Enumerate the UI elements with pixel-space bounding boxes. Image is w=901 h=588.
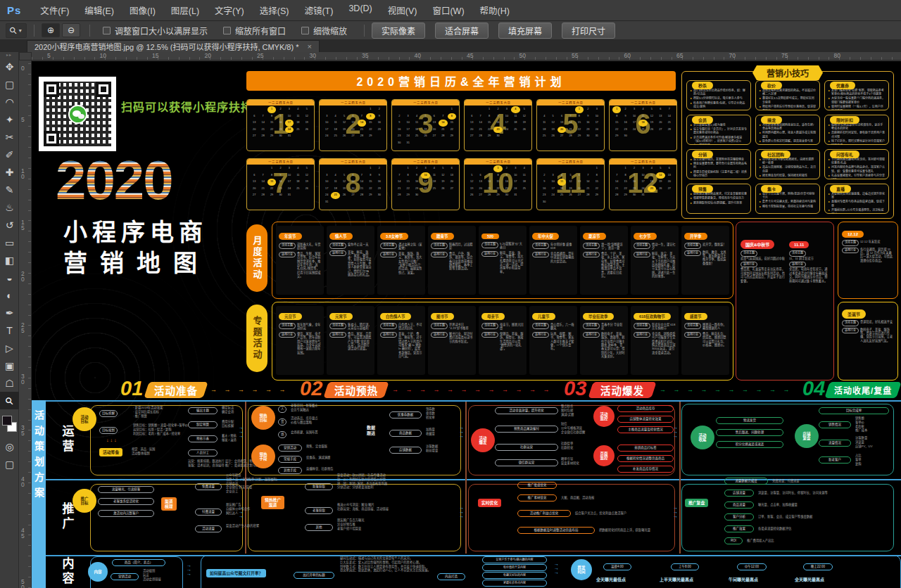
calendar-dates: 1234567891011121314151617181920212223242… bbox=[247, 106, 314, 141]
calendar-date: 24 bbox=[638, 186, 647, 193]
print-size-button[interactable]: 打印尺寸 bbox=[562, 23, 615, 39]
menu-item[interactable]: 文字(Y) bbox=[207, 4, 252, 17]
marquee-tool[interactable]: ▢ bbox=[0, 75, 19, 93]
tip-box: 秒杀▸选1-3款高性价比商品作低价秒杀，如：爆款/引流品▸搭配3-5分钟限时玩法… bbox=[686, 80, 751, 110]
tab-close-icon[interactable]: × bbox=[307, 42, 311, 51]
dodge-tool[interactable]: ◐ bbox=[0, 286, 19, 304]
screen-mode-icon[interactable]: ▢ bbox=[0, 455, 19, 473]
tab-bar: 2020小程序电商营销地图.jpg @ 12.5% (扫码可以获得小程序扶持, … bbox=[0, 40, 901, 52]
mindmap-circle-node: 活动 监控 bbox=[593, 406, 615, 427]
phase-number: 01 bbox=[120, 378, 143, 398]
option-checkbox[interactable]: 细微缩放 bbox=[301, 25, 347, 37]
checkbox-box[interactable] bbox=[223, 27, 231, 34]
zoom-out-button[interactable]: ⊖ bbox=[62, 23, 80, 37]
mindmap-note-text: 销售额 客单价 毛利率 推广成本 bbox=[855, 416, 867, 433]
menu-item[interactable]: 文件(F) bbox=[32, 4, 77, 17]
type-tool[interactable]: T bbox=[0, 321, 19, 339]
industry-tag: 适用行业 bbox=[380, 252, 397, 258]
clone-stamp-tool[interactable]: ♨ bbox=[0, 198, 19, 216]
zoom-icon: ⚲ bbox=[3, 394, 16, 407]
menu-item[interactable]: 选择(S) bbox=[252, 4, 297, 17]
crop-tool[interactable]: ✂ bbox=[0, 128, 19, 146]
menu-item[interactable]: 编辑(E) bbox=[77, 4, 122, 17]
document-canvas[interactable]: 扫码可以获得小程序扶持 2020 小程序电商 营销地图 2020营销日历&全年营… bbox=[32, 60, 901, 588]
calendar-month-9: 一 二 三 四 五 六 日912345678910111213141516171… bbox=[391, 158, 460, 210]
calendar-date: 22 bbox=[593, 186, 601, 193]
fit-screen-button[interactable]: 适合屏幕 bbox=[435, 23, 489, 39]
calendar-date: 2 bbox=[375, 106, 384, 113]
gradient-tool[interactable]: ◧ bbox=[0, 251, 19, 269]
path-select-tool[interactable]: ▷ bbox=[0, 339, 19, 357]
checkbox-box[interactable] bbox=[301, 27, 309, 34]
hand-tool[interactable]: ☖ bbox=[0, 374, 19, 392]
mindmap-pill-node: 目标完成率 bbox=[819, 407, 889, 414]
calendar-date: 13 bbox=[250, 120, 258, 127]
flow-arrows-icon: → → → bbox=[673, 506, 678, 518]
mindmap-note-text: 裂变活动：砍价拼团、礼券传播活动 砍 价：利用好友助力获得低价好货 拼 团：新团… bbox=[337, 473, 387, 490]
calendar-date: 20 bbox=[476, 186, 484, 193]
bullet-icon: ▸ bbox=[828, 174, 830, 179]
menu-item[interactable]: 3D(D) bbox=[341, 4, 379, 17]
calendar-date: 24 bbox=[511, 186, 519, 193]
calendar-date: 17 bbox=[593, 120, 601, 127]
mindmap-section-border bbox=[468, 484, 675, 551]
menu-item[interactable]: 帮助(H) bbox=[472, 4, 517, 17]
card-title: 年中大促 bbox=[532, 233, 559, 240]
calendar-date: 13 bbox=[575, 179, 584, 186]
menu-item[interactable]: 滤镜(T) bbox=[296, 4, 341, 17]
eyedropper-tool[interactable]: ✐ bbox=[0, 146, 19, 163]
checkbox-box[interactable] bbox=[103, 27, 111, 34]
mindmap-pill-node: 营销活动 bbox=[278, 445, 302, 452]
menu-item[interactable]: 视图(V) bbox=[380, 4, 425, 17]
calendar-date: 15 bbox=[493, 179, 502, 186]
option-checkbox[interactable]: 缩放所有窗口 bbox=[223, 25, 286, 37]
calendar-date: 28 bbox=[358, 192, 366, 199]
palette-grip[interactable]: ▸▸ bbox=[0, 52, 18, 58]
tip-label: 集卡 bbox=[761, 185, 782, 193]
blur-tool[interactable]: ◒ bbox=[0, 269, 19, 286]
pen-tool[interactable]: ✒ bbox=[0, 304, 19, 321]
special-card: 元宵节活动主题集福卡、猜灯谜，元宵佳节迎福利适用行业食品、家居、百货等，可设置汤… bbox=[327, 306, 374, 375]
lasso-tool[interactable]: ◠ bbox=[0, 93, 19, 110]
ruler-number: 60 bbox=[624, 52, 631, 59]
industry-tag: 适用行业 bbox=[481, 251, 498, 257]
quick-mask-icon[interactable]: ◎ bbox=[0, 437, 19, 455]
fill-screen-button[interactable]: 填充屏幕 bbox=[498, 23, 552, 39]
document-tab[interactable]: 2020小程序电商营销地图.jpg @ 12.5% (扫码可以获得小程序扶持, … bbox=[27, 40, 320, 52]
tip-text: 直播间专属券与秒杀品制造紧迫感，促成下单 bbox=[831, 200, 885, 207]
industry-text: 食品、个护、美妆、水上玩具、家电等，如零食类可推出消暑专场，主推清凉单品不宜贵，… bbox=[601, 252, 625, 279]
menu-item[interactable]: 图层(L) bbox=[163, 4, 207, 17]
healing-brush-tool[interactable]: ✚ bbox=[0, 163, 19, 181]
theme-tag: 活动主题 bbox=[842, 320, 859, 326]
foreground-color-swatch[interactable] bbox=[2, 416, 12, 426]
ruler-number: 5 bbox=[47, 52, 51, 59]
actual-pixels-button[interactable]: 实际像素 bbox=[372, 23, 425, 39]
calendar-date: 31 bbox=[593, 133, 601, 140]
calendar-date: 28 bbox=[258, 192, 267, 199]
shape-icon: ▣ bbox=[5, 360, 14, 371]
history-brush-tool[interactable]: ↺ bbox=[0, 216, 19, 234]
option-checkbox[interactable]: 调整窗口大小以满屏显示 bbox=[103, 25, 208, 37]
mindmap-pill-node: 老客维系促活转化 bbox=[98, 498, 154, 505]
move-tool[interactable]: ✥ bbox=[0, 58, 19, 75]
christmas-section: 圣诞节 活动主题圣诞狂欢，好礼相送平安 适用行业数码电子、美妆、服饰等，圣诞节前… bbox=[838, 302, 898, 381]
calendar-date: 29 bbox=[485, 133, 493, 140]
brush-tool[interactable]: ✎ bbox=[0, 181, 19, 198]
tip-line: ▸开播前社群+公众号多渠道预告，沉淀私域流量 bbox=[828, 208, 885, 214]
zoom-tool[interactable]: ⚲ bbox=[0, 392, 19, 409]
zoom-in-button[interactable]: ⊕ bbox=[42, 23, 60, 37]
horizontal-ruler[interactable]: 5101520253035404550556065707580 bbox=[32, 52, 901, 60]
calendar-date: 8 bbox=[448, 113, 456, 120]
shape-tool[interactable]: ▣ bbox=[0, 357, 19, 374]
zoom-tool-preset[interactable]: ⚲▼ bbox=[6, 23, 27, 38]
tip-line: ▸大促期间安排店铺直播，边看边买提升转化率 bbox=[828, 192, 885, 199]
vertical-ruler[interactable]: 051 01 52 02 53 03 54 04 55 0 bbox=[19, 60, 32, 588]
menu-item[interactable]: 图像(I) bbox=[122, 4, 163, 17]
menu-item[interactable]: 窗口(W) bbox=[424, 4, 472, 17]
calendar-date: 8 bbox=[403, 172, 412, 179]
eraser-tool[interactable]: ▭ bbox=[0, 234, 19, 251]
tip-text: 大促期间安排店铺直播，边看边买提升转化率 bbox=[831, 192, 885, 199]
tip-text: 搭配3-5分钟限时玩法，吸引更多人参与 bbox=[693, 96, 743, 100]
calendar-date: 11 bbox=[638, 113, 647, 120]
magic-wand-tool[interactable]: ✦ bbox=[0, 110, 19, 128]
